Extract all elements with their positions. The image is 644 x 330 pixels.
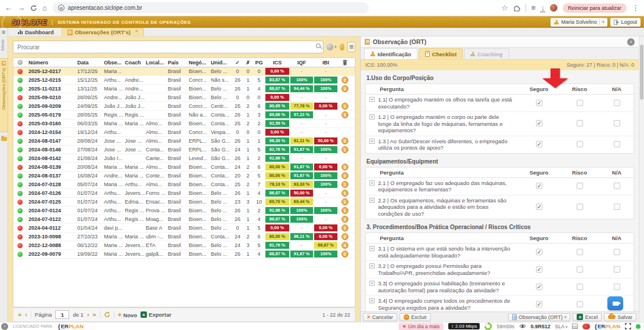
table-row[interactable]: 2025-03-016006/03/25Maria ...Maria ...Al…	[13, 119, 355, 128]
back-icon[interactable]: ←	[5, 4, 12, 12]
column-header-4[interactable]: Coach	[125, 60, 146, 66]
expand-button[interactable]: +	[369, 97, 375, 102]
sidebar-tab-observacoes[interactable]: Observações (ORT's)	[0, 58, 8, 132]
table-row[interactable]: 2024-12-015419/12/24Arthu...Almo...Brasi…	[13, 128, 355, 137]
first-page-button[interactable]: «	[18, 311, 21, 318]
table-row[interactable]: 2025-09-020924/09/25João J...João J...Br…	[13, 102, 355, 111]
table-row[interactable]: 2025-12-021515/12/25Arthu...Andre...Bras…	[13, 76, 355, 85]
expand-button[interactable]: +	[369, 114, 375, 119]
checkbox-seguro[interactable]	[536, 249, 542, 255]
next-page-button[interactable]: ›	[87, 311, 89, 318]
expand-button[interactable]: +	[369, 198, 375, 203]
user-menu-button[interactable]: Maria Solvelino ▾	[551, 18, 607, 27]
table-row[interactable]: 2025-05-017928/05/25Regis ...Regis ...Br…	[13, 111, 355, 119]
checkbox-na[interactable]	[614, 183, 620, 189]
checkbox-na[interactable]	[614, 100, 620, 106]
table-row[interactable]: 2023-10-009827/10/23Maria ...Maria ...ub…	[13, 233, 355, 241]
column-header-8[interactable]: Unid...	[211, 60, 232, 66]
screen-recorder-widget[interactable]	[607, 296, 623, 310]
column-header-2[interactable]: Data	[77, 60, 104, 66]
checkbox-seguro[interactable]	[536, 301, 542, 307]
table-row[interactable]: 2024-07-012201/07/24Arthu...Regis ...Moa…	[13, 215, 355, 224]
table-row[interactable]: 2024-07-012501/07/24Arthu...Edma...Ensac…	[13, 198, 355, 206]
report-dropdown-button[interactable]: Observação (ORT)▾	[508, 313, 570, 321]
checkbox-risco[interactable]	[577, 301, 583, 307]
checkbox-risco[interactable]	[577, 204, 583, 210]
scrollbar[interactable]	[639, 37, 644, 322]
column-header-13[interactable]: IQF	[290, 60, 314, 66]
bookmark-icon[interactable]: ☆	[501, 4, 508, 12]
tab-coaching[interactable]: Coaching	[464, 48, 509, 59]
checkbox-risco[interactable]	[577, 100, 583, 106]
checkbox-na[interactable]	[614, 284, 620, 290]
tab-identificacao[interactable]: Identificação	[364, 48, 418, 59]
column-header-12[interactable]: ICS	[265, 60, 290, 66]
refresh-button[interactable]	[104, 311, 110, 318]
table-row[interactable]: 2022-09-007919/09/22Maria ...Jevers...ga…	[13, 250, 355, 259]
download-icon[interactable]: ↓	[541, 4, 545, 12]
column-header-9[interactable]: ✓	[232, 60, 243, 66]
checkbox-seguro[interactable]	[536, 120, 542, 126]
checkbox-risco[interactable]	[577, 249, 583, 255]
expand-button[interactable]: +	[369, 298, 375, 303]
checkbox-na[interactable]	[614, 120, 620, 126]
logout-button[interactable]: Logout	[610, 18, 641, 27]
column-header-3[interactable]: Obse...	[104, 60, 125, 66]
table-row[interactable]: 2025-09-021028/09/25Andre...João J...Bra…	[13, 93, 355, 102]
checkbox-risco[interactable]	[577, 284, 583, 290]
extensions-icon[interactable]	[513, 5, 520, 12]
table-row[interactable]: 2024-08-013920/08/24Maria ...Maria ...Al…	[13, 163, 355, 172]
menu-icon[interactable]: ≡	[0, 29, 8, 35]
prev-page-button[interactable]: ‹	[25, 311, 27, 318]
new-button[interactable]: + Novo	[118, 311, 137, 319]
page-input[interactable]	[55, 310, 69, 319]
checkbox-seguro[interactable]	[536, 183, 542, 189]
column-header-6[interactable]: País	[168, 60, 189, 66]
status-filter-button[interactable]: ▾	[326, 43, 337, 50]
expand-button[interactable]: +	[369, 281, 375, 286]
table-row[interactable]: 2024-08-014221/08/24João I...Cante...Bra…	[13, 154, 355, 163]
quick-filter-button[interactable]	[340, 43, 345, 50]
reading-list-icon[interactable]: ≡	[531, 4, 536, 12]
forward-icon[interactable]: →	[17, 4, 25, 12]
view-options-button[interactable]: ≣	[347, 42, 355, 52]
reload-icon[interactable]	[30, 5, 37, 12]
avatar[interactable]	[550, 4, 557, 12]
expand-button[interactable]: +	[369, 180, 375, 186]
table-row[interactable]: 2025-11-021313/11/25Maria ...Andre...Bra…	[13, 85, 355, 93]
column-header-7[interactable]: Negó...	[189, 60, 211, 66]
last-page-button[interactable]: »	[93, 311, 96, 318]
home-icon[interactable]: ⌂	[42, 4, 47, 12]
column-header-5[interactable]: Local...	[146, 60, 168, 66]
checkbox-seguro[interactable]	[536, 266, 542, 273]
search-input[interactable]	[13, 41, 323, 53]
expand-button[interactable]: +	[369, 139, 375, 144]
table-row[interactable]: 2022-12-008806/12/22Maria ...Jevers...ET…	[13, 241, 355, 250]
expand-icon[interactable]: ›	[1, 323, 8, 330]
column-header-14[interactable]: IBI	[314, 60, 338, 66]
checkbox-seguro[interactable]	[536, 141, 542, 147]
expand-button[interactable]: +	[369, 246, 375, 251]
folder-icon[interactable]	[1, 137, 7, 141]
checkbox-seguro[interactable]	[536, 204, 542, 210]
table-row[interactable]: 2024-08-014728/08/24Jose ...Jose ...Almo…	[13, 137, 355, 146]
table-row[interactable]: 2024-07-012805/07/24Maria ...Arthu...Alm…	[13, 180, 355, 189]
sla-dropdown[interactable]: SLA ▾	[555, 324, 568, 329]
expand-button[interactable]: +	[369, 263, 375, 269]
export-button[interactable]: x Exportar	[141, 311, 171, 318]
checkbox-risco[interactable]	[577, 183, 583, 189]
table-row[interactable]: 2025-12-021717/12/25Maria ..BrasilBioen.…	[13, 67, 355, 76]
tab-checklist[interactable]: Checklist	[419, 48, 463, 59]
column-header-11[interactable]: PG	[253, 60, 265, 66]
save-button[interactable]: Salvar	[604, 313, 636, 321]
panel-collapse-button[interactable]: ›	[627, 38, 635, 46]
table-row[interactable]: 2024-07-012601/07/24Arthu...Jevers...For…	[13, 189, 355, 198]
delete-button[interactable]: −Excluir	[400, 313, 431, 321]
update-button[interactable]: Reiniciar para atualizar	[563, 3, 627, 13]
checkbox-na[interactable]	[614, 249, 620, 255]
checkbox-na[interactable]	[614, 266, 620, 273]
tab-dashboard[interactable]: Dashboard	[13, 28, 59, 36]
table-row[interactable]: 2024-04-011201/04/24davi p...Base ABrasi…	[13, 224, 355, 233]
checkbox-risco[interactable]	[577, 266, 583, 273]
menu-dots-icon[interactable]: ⋮	[632, 4, 639, 12]
